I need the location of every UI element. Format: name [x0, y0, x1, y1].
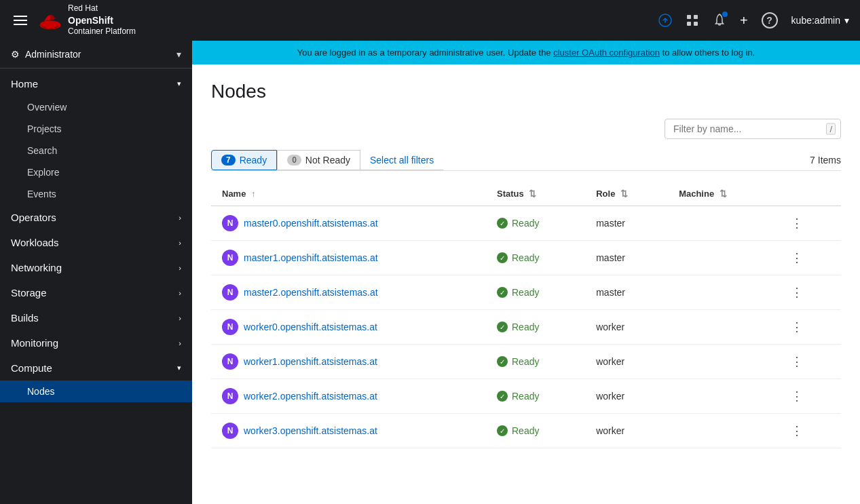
- node-role: worker: [596, 356, 624, 367]
- sidebar-storage-label: Storage: [11, 287, 47, 298]
- sidebar-item-events[interactable]: Events: [0, 183, 192, 205]
- node-name-link[interactable]: N worker0.openshift.atsistemas.at: [222, 319, 475, 335]
- storage-chevron-icon: ›: [179, 289, 181, 297]
- node-actions-cell: ⋮: [776, 241, 841, 275]
- node-name-link[interactable]: N master1.openshift.atsistemas.at: [222, 250, 475, 266]
- node-role: worker: [596, 322, 624, 332]
- sidebar-compute-label: Compute: [11, 362, 52, 374]
- admin-label-text: Administrator: [25, 49, 81, 60]
- sidebar-item-storage[interactable]: Storage ›: [0, 280, 192, 305]
- status-label: Ready: [512, 391, 539, 402]
- name-sort-icon[interactable]: ↑: [251, 189, 256, 199]
- role-sort-icon[interactable]: ⇅: [620, 189, 628, 199]
- node-icon: N: [222, 215, 238, 231]
- sidebar-item-overview[interactable]: Overview: [0, 96, 192, 118]
- select-all-filters-button[interactable]: Select all filters: [360, 151, 443, 170]
- help-icon[interactable]: ?: [762, 12, 778, 28]
- content-area: You are logged in as a temporary adminis…: [192, 41, 860, 504]
- add-icon[interactable]: +: [740, 13, 748, 28]
- node-status-cell: ✓ Ready: [486, 379, 585, 414]
- status-sort-icon[interactable]: ⇅: [529, 189, 536, 199]
- col-header-role: Role ⇅: [585, 182, 668, 206]
- node-machine-cell: [668, 275, 776, 310]
- notifications-icon[interactable]: [713, 13, 726, 28]
- sidebar-item-operators[interactable]: Operators ›: [0, 205, 192, 230]
- filter-bar: /: [211, 119, 841, 139]
- sidebar-item-networking[interactable]: Networking ›: [0, 255, 192, 280]
- sidebar-networking-label: Networking: [11, 262, 62, 273]
- node-role-cell: master: [585, 275, 668, 310]
- brand-line3: Container Platform: [68, 26, 136, 37]
- node-kebab-menu-button[interactable]: ⋮: [787, 353, 807, 370]
- brand-text: Red Hat OpenShift Container Platform: [68, 3, 136, 37]
- status-ready-icon: ✓: [497, 218, 508, 229]
- table-row: N master2.openshift.atsistemas.at ✓ Read…: [211, 275, 841, 310]
- filter-input-wrapper: /: [665, 119, 841, 139]
- sidebar-item-monitoring[interactable]: Monitoring ›: [0, 330, 192, 355]
- brand-line2: OpenShift: [68, 14, 136, 26]
- banner-link[interactable]: cluster OAuth configuration: [553, 47, 660, 58]
- node-status-cell: ✓ Ready: [486, 206, 585, 241]
- item-count: 7 Items: [810, 155, 841, 166]
- node-kebab-menu-button[interactable]: ⋮: [787, 422, 807, 440]
- sidebar-item-builds[interactable]: Builds ›: [0, 305, 192, 330]
- node-name-cell: N worker0.openshift.atsistemas.at: [211, 310, 486, 345]
- table-row: N worker0.openshift.atsistemas.at ✓ Read…: [211, 310, 841, 345]
- status-ready-icon: ✓: [497, 252, 508, 263]
- status-label: Ready: [512, 287, 539, 298]
- node-kebab-menu-button[interactable]: ⋮: [787, 284, 807, 301]
- node-kebab-menu-button[interactable]: ⋮: [787, 318, 807, 336]
- user-chevron-icon: ▾: [844, 15, 849, 26]
- table-row: N worker3.openshift.atsistemas.at ✓ Read…: [211, 414, 841, 448]
- not-ready-label: Not Ready: [305, 155, 350, 166]
- status-label: Ready: [512, 252, 539, 263]
- machine-sort-icon[interactable]: ⇅: [719, 189, 727, 199]
- filter-by-name-input[interactable]: [665, 119, 841, 139]
- node-kebab-menu-button[interactable]: ⋮: [787, 249, 807, 267]
- node-actions-cell: ⋮: [776, 345, 841, 379]
- hamburger-menu[interactable]: [11, 13, 30, 28]
- node-name-text: worker0.openshift.atsistemas.at: [244, 322, 377, 332]
- node-status: ✓ Ready: [497, 252, 574, 263]
- node-icon: N: [222, 353, 238, 370]
- sidebar-item-compute[interactable]: Compute ▾: [0, 355, 192, 381]
- grid-icon[interactable]: [686, 14, 699, 27]
- sidebar-item-workloads[interactable]: Workloads ›: [0, 230, 192, 255]
- monitoring-chevron-icon: ›: [179, 339, 181, 347]
- node-name-link[interactable]: N master2.openshift.atsistemas.at: [222, 284, 475, 301]
- node-name-cell: N worker1.openshift.atsistemas.at: [211, 345, 486, 379]
- sidebar-item-home[interactable]: Home ▾: [0, 71, 192, 96]
- networking-chevron-icon: ›: [179, 264, 181, 272]
- ready-filter-button[interactable]: 7 Ready: [211, 150, 277, 170]
- user-menu[interactable]: kube:admin ▾: [791, 15, 849, 26]
- status-ready-icon: ✓: [497, 425, 508, 436]
- node-role: master: [596, 252, 625, 263]
- node-role-cell: worker: [585, 310, 668, 345]
- status-ready-icon: ✓: [497, 287, 508, 298]
- upload-icon[interactable]: [658, 14, 672, 27]
- node-name-link[interactable]: N worker3.openshift.atsistemas.at: [222, 423, 475, 439]
- col-header-name: Name ↑: [211, 182, 486, 206]
- col-header-status: Status ⇅: [486, 182, 585, 206]
- node-status: ✓ Ready: [497, 287, 574, 298]
- node-kebab-menu-button[interactable]: ⋮: [787, 387, 807, 405]
- admin-section[interactable]: ⚙ Administrator ▾: [0, 41, 192, 69]
- status-label: Ready: [512, 356, 539, 367]
- node-name-link[interactable]: N worker2.openshift.atsistemas.at: [222, 388, 475, 404]
- sidebar-item-projects[interactable]: Projects: [0, 118, 192, 140]
- node-status: ✓ Ready: [497, 218, 574, 229]
- node-role-cell: worker: [585, 379, 668, 414]
- status-label: Ready: [512, 322, 539, 332]
- node-name-link[interactable]: N master0.openshift.atsistemas.at: [222, 215, 475, 231]
- not-ready-filter-button[interactable]: 0 Not Ready: [277, 150, 360, 170]
- node-icon: N: [222, 319, 238, 335]
- main-content: Nodes / 7 Ready 0 Not Ready Select all f: [192, 64, 860, 504]
- home-chevron-icon: ▾: [177, 79, 181, 88]
- node-name-link[interactable]: N worker1.openshift.atsistemas.at: [222, 353, 475, 370]
- sidebar-item-search[interactable]: Search: [0, 140, 192, 161]
- sidebar-item-nodes[interactable]: Nodes: [0, 381, 192, 402]
- sidebar-item-explore[interactable]: Explore: [0, 161, 192, 183]
- node-kebab-menu-button[interactable]: ⋮: [787, 214, 807, 232]
- node-icon: N: [222, 284, 238, 301]
- node-role-cell: master: [585, 241, 668, 275]
